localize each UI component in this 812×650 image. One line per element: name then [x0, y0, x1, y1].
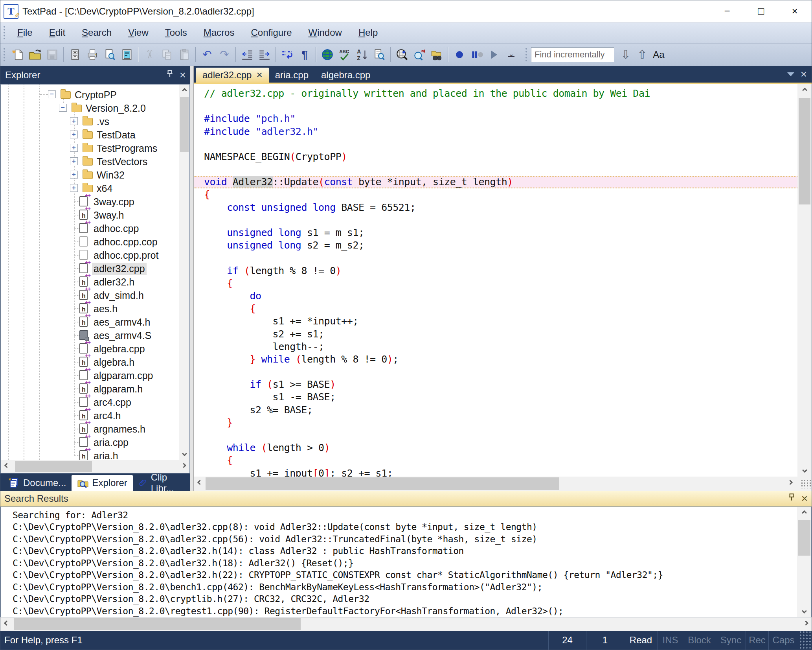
panel-tab-explorer[interactable]: Explorer — [72, 475, 132, 491]
find-next-button[interactable]: ⇩ — [617, 46, 634, 63]
paste-button[interactable] — [176, 46, 193, 63]
search-result-line[interactable]: C:\Dev\CryptoPP\Version_8.2.0\adler32.h(… — [1, 569, 797, 581]
search-result-line[interactable]: C:\Dev\CryptoPP\Version_8.2.0\adler32.cp… — [1, 521, 797, 533]
redo-button[interactable]: ↷ — [216, 46, 233, 63]
tab-list-dropdown-icon[interactable] — [787, 72, 794, 76]
tab-adler32.cpp[interactable]: adler32.cpp× — [196, 68, 269, 83]
tree-item-aes_armv4.h[interactable]: aes_armv4.h — [1, 315, 178, 328]
find-in-files-button[interactable] — [371, 46, 388, 63]
menu-macros[interactable]: Macros — [195, 27, 243, 38]
menu-search[interactable]: Search — [73, 27, 120, 38]
search-result-line[interactable]: C:\Dev\CryptoPP\Version_8.2.0\cryptlib.h… — [1, 593, 797, 605]
scroll-up-arrow[interactable] — [797, 84, 812, 94]
undo-button[interactable]: ↶ — [198, 46, 216, 63]
scroll-right-arrow[interactable] — [178, 460, 189, 473]
scroll-down-arrow[interactable] — [797, 607, 811, 617]
search-result-line[interactable]: C:\Dev\CryptoPP\Version_8.2.0\adler32.cp… — [1, 533, 797, 545]
unindent-button[interactable] — [239, 46, 256, 63]
print-preview-button[interactable] — [101, 46, 118, 63]
tree-item-CryptoPP[interactable]: −CryptoPP — [1, 88, 178, 101]
tab-algebra.cpp[interactable]: algebra.cpp — [315, 68, 377, 83]
search-replace-button[interactable] — [411, 46, 428, 63]
scrollbar-thumb[interactable] — [180, 97, 189, 152]
menu-file[interactable]: File — [9, 27, 41, 38]
expand-icon[interactable]: + — [70, 117, 78, 125]
findbar-grip[interactable] — [525, 48, 527, 61]
panel-tab-documents[interactable]: Docume... — [3, 475, 72, 491]
explorer-vertical-scrollbar[interactable] — [179, 85, 189, 460]
copy-button[interactable] — [158, 46, 176, 63]
new-document-button[interactable] — [9, 46, 26, 63]
open-file-button[interactable] — [26, 46, 44, 63]
view-search-button[interactable] — [393, 46, 411, 63]
web-browser-button[interactable] — [319, 46, 336, 63]
search-result-line[interactable]: C:\Dev\CryptoPP\Version_8.2.0\adler32.h(… — [1, 557, 797, 569]
menu-view[interactable]: View — [120, 27, 157, 38]
expand-icon[interactable]: + — [70, 157, 78, 165]
cut-button[interactable]: ✂ — [141, 46, 158, 63]
collapse-icon[interactable]: − — [59, 104, 67, 112]
save-file-button[interactable] — [44, 46, 61, 63]
menu-window[interactable]: Window — [300, 27, 350, 38]
scroll-up-arrow[interactable] — [797, 507, 811, 517]
explorer-horizontal-scrollbar[interactable] — [0, 460, 190, 473]
tree-item-TestVectors[interactable]: +TestVectors — [1, 155, 178, 168]
manage-files-button[interactable] — [66, 46, 84, 63]
file-tree[interactable]: −CryptoPP−Version_8.2.0+.vs+TestData+Tes… — [0, 84, 190, 460]
scroll-left-arrow[interactable] — [1, 460, 13, 473]
tree-item-.vs[interactable]: +.vs — [1, 114, 178, 128]
scroll-left-arrow[interactable] — [0, 617, 12, 631]
resize-grip-icon[interactable] — [801, 479, 811, 488]
show-formatting-marks-button[interactable]: ¶ — [296, 46, 313, 63]
scroll-right-arrow[interactable] — [800, 617, 812, 631]
expand-icon[interactable]: + — [70, 184, 78, 192]
pause-macro-button[interactable] — [468, 46, 485, 63]
record-macro-button[interactable] — [451, 46, 468, 63]
spell-check-button[interactable]: ABC — [336, 46, 353, 63]
play-macro-button[interactable] — [485, 46, 503, 63]
view-document-button[interactable] — [118, 46, 136, 63]
scrollbar-thumb[interactable] — [799, 98, 810, 204]
search-result-line[interactable]: C:\Dev\CryptoPP\Version_8.2.0\regtest1.c… — [1, 605, 797, 617]
search-results-close-icon[interactable]: × — [801, 494, 808, 503]
resize-grip-icon[interactable] — [798, 631, 812, 650]
scroll-up-arrow[interactable] — [179, 85, 189, 95]
pin-icon[interactable] — [787, 493, 796, 504]
search-result-line[interactable]: C:\Dev\CryptoPP\Version_8.2.0\bench1.cpp… — [1, 581, 797, 593]
menu-tools[interactable]: Tools — [157, 27, 195, 38]
tree-item-adhoc.cpp.cop[interactable]: adhoc.cpp.cop — [1, 235, 178, 248]
scrollbar-thumb[interactable] — [798, 520, 810, 556]
tree-item-adhoc.cpp[interactable]: adhoc.cpp — [1, 221, 178, 235]
expand-icon[interactable]: + — [70, 131, 78, 138]
search-horizontal-scrollbar[interactable] — [0, 617, 812, 631]
menu-edit[interactable]: Edit — [41, 27, 73, 38]
indent-button[interactable] — [256, 46, 273, 63]
tree-item-TestPrograms[interactable]: +TestPrograms — [1, 141, 178, 155]
explorer-close-icon[interactable]: × — [180, 71, 186, 79]
toolbar-grip[interactable] — [4, 48, 5, 61]
search-results-content[interactable]: Searching for: Adler32C:\Dev\CryptoPP\Ve… — [0, 506, 812, 618]
tree-item-aria.h[interactable]: aria.h — [1, 449, 178, 460]
sort-button[interactable]: AZ — [353, 46, 371, 63]
incremental-find-input[interactable] — [531, 47, 614, 62]
editor-horizontal-scrollbar[interactable] — [194, 477, 812, 491]
scroll-down-arrow[interactable] — [797, 466, 812, 477]
toolbar-options-button[interactable]: ⌄ — [503, 46, 520, 63]
word-wrap-button[interactable] — [279, 46, 296, 63]
scroll-right-arrow[interactable] — [784, 477, 796, 491]
search-vertical-scrollbar[interactable] — [797, 507, 811, 617]
maximize-button[interactable]: □ — [744, 0, 778, 22]
scrollbar-thumb[interactable] — [206, 477, 559, 490]
match-case-button[interactable]: Aa — [650, 46, 667, 63]
scroll-down-arrow[interactable] — [179, 450, 189, 460]
collapse-icon[interactable]: − — [48, 90, 56, 98]
scrollbar-thumb[interactable] — [15, 461, 92, 472]
tree-item-Win32[interactable]: +Win32 — [1, 168, 178, 181]
menu-configure[interactable]: Configure — [242, 27, 300, 38]
close-document-icon[interactable]: × — [801, 70, 807, 79]
minimize-button[interactable]: − — [710, 0, 744, 22]
tab-close-icon[interactable]: × — [256, 69, 262, 81]
pin-icon[interactable] — [165, 70, 174, 81]
expand-icon[interactable]: + — [70, 144, 78, 152]
editor-vertical-scrollbar[interactable] — [797, 84, 812, 477]
